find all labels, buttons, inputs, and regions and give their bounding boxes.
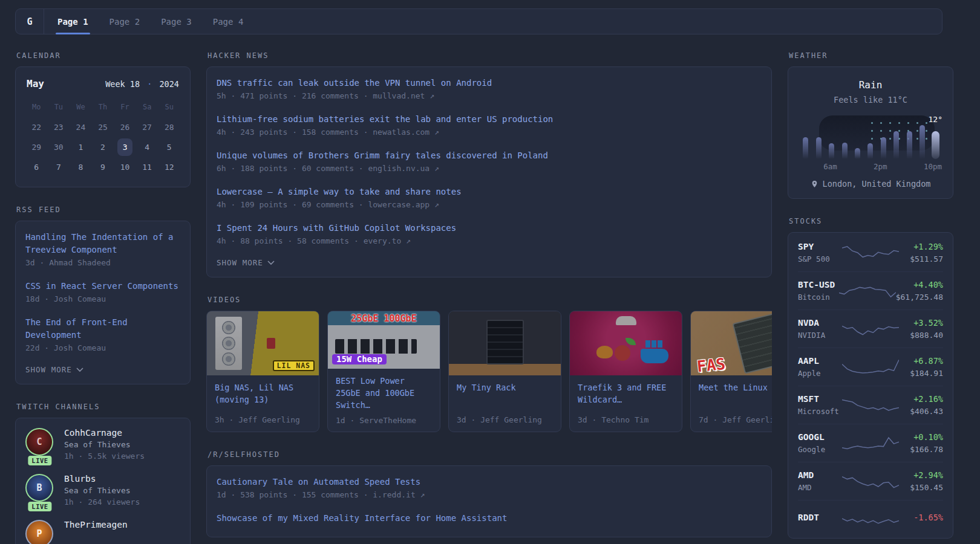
stock-row[interactable]: GOOGL Google +0.10% $166.78 [798,424,943,462]
stock-ticker: SPY [798,242,842,251]
hn-item-meta: 5h · 471 points · 216 comments · mullvad… [217,91,762,100]
video-card: FAS Meet the Linux Clu 7d · Jeff Geerlin… [690,311,772,432]
video-title[interactable]: Traefik 3 and FREE Wildcard… [570,375,682,406]
video-thumbnail[interactable] [570,311,682,375]
hn-item: Lowercase – A simple way to take and sha… [217,186,762,209]
stock-row[interactable]: RDDT -1.65% [798,500,943,537]
stock-row[interactable]: BTC-USD Bitcoin +4.40% $61,725.48 [798,271,943,309]
thumbnail-text: FAS [696,355,727,375]
stocks-widget: STOCKS SPY S&P 500 +1.29% $511.57 [788,217,953,539]
stock-ticker: NVDA [798,318,842,328]
stock-sparkline [842,433,899,453]
thumbnail-art [626,338,636,345]
stock-price: $184.91 [899,369,943,378]
video-title[interactable]: Meet the Linux Clu [691,375,772,393]
avatar[interactable]: B [25,474,53,502]
thumbnail-art [222,337,235,350]
rss-card: Handling The Indentation of a Treeview C… [15,221,191,384]
peak-temperature-label: 12° [929,115,942,124]
weather-card: Rain Feels like 11°C [788,66,953,199]
stock-sparkline [842,395,899,415]
thumbnail-text: 15W Cheap [332,354,387,364]
video-thumbnail[interactable]: 25GbE 100GbE 15W Cheap [328,311,440,369]
weekday-header: Mo [25,98,48,117]
twitch-channel-name[interactable]: ThePrimeagen [64,520,128,529]
stock-row[interactable]: NVDA NVIDIA +3.52% $888.40 [798,309,943,348]
stock-row[interactable]: MSFT Microsoft +2.16% $406.43 [798,386,943,424]
stock-price: $61,725.48 [896,293,943,302]
tab-page-4[interactable]: Page 4 [213,9,244,34]
week-label: Week [105,79,125,89]
tab-page-1[interactable]: Page 1 [57,9,88,34]
twitch-card: C LIVE CohhCarnage Sea of Thieves 1h · 5… [15,418,191,544]
twitch-channel-row: P ThePrimeagen [25,520,180,544]
top-nav-bar: G Page 1 Page 2 Page 3 Page 4 [15,8,942,34]
weather-location: London, United Kingdom [798,179,943,189]
weather-bar [842,143,848,159]
rss-item-title[interactable]: The End of Front-End Development [25,316,180,342]
avatar[interactable]: C [25,428,53,456]
hn-item-title[interactable]: I Spent 24 Hours with GitHub Copilot Wor… [217,222,762,235]
thumbnail-art [222,352,235,366]
thumbnail-art [615,345,630,361]
rss-show-more-button[interactable]: SHOW MORE [25,365,180,374]
twitch-section-label: TWITCH CHANNELS [16,403,191,411]
twitch-channel-name[interactable]: Blurbs [64,474,140,484]
weather-bar [816,137,822,159]
hn-item-meta: 4h · 243 points · 158 comments · newatla… [217,128,762,137]
video-thumbnail[interactable]: LIL NAS [207,311,319,375]
calendar-day: 28 [158,117,180,137]
video-thumbnail[interactable] [449,311,561,375]
videos-widget: VIDEOS LIL NAS Big NAS [206,296,772,432]
stock-row[interactable]: SPY S&P 500 +1.29% $511.57 [798,234,943,271]
video-title[interactable]: BEST Low Power 25GbE and 100GbE Switch… [328,369,440,411]
stock-row[interactable]: AAPL Apple +6.87% $184.91 [798,348,943,386]
weekday-header: Su [158,98,180,117]
calendar-week-indicator: Week 18 · 2024 [105,79,179,89]
calendar-day-selected: 3 [114,137,136,157]
stock-change: +6.87% [899,356,943,366]
reddit-item-title[interactable]: Showcase of my Mixed Reality Interface f… [217,512,762,525]
thumbnail-art [486,320,524,364]
twitch-channel-name[interactable]: CohhCarnage [64,428,145,438]
twitch-viewers: 1h · 5.5k viewers [64,452,145,461]
calendar-day: 25 [92,117,114,137]
calendar-day: 8 [70,157,92,177]
stock-sparkline [842,319,899,339]
hn-item-title[interactable]: Lowercase – A simple way to take and sha… [217,186,762,198]
tab-page-3[interactable]: Page 3 [161,9,192,34]
thumbnail-art [215,317,242,370]
app-logo[interactable]: G [16,9,44,34]
weather-bar [867,143,873,159]
reddit-item-title[interactable]: Cautionary Tale on Automated Speed Tests [217,476,762,488]
calendar-day: 24 [70,117,92,137]
weather-bar-current [932,131,939,159]
avatar[interactable]: P [25,520,53,544]
rss-item: Handling The Indentation of a Treeview C… [25,231,180,267]
stock-change: +1.29% [899,242,943,251]
hn-item-title[interactable]: Unique volumes of Brothers Grimm fairy t… [217,149,762,162]
video-thumbnail[interactable]: FAS [691,311,772,375]
calendar-day: 1 [70,137,92,157]
hn-item-title[interactable]: Lithium-free sodium batteries exit the l… [217,113,762,126]
rss-item-title[interactable]: Handling The Indentation of a Treeview C… [25,231,180,256]
stock-change: -1.65% [899,513,943,522]
thumbnail-art [732,311,772,374]
stock-price: $150.45 [899,483,943,492]
calendar-day: 27 [136,117,158,137]
video-title[interactable]: Big NAS, Lil NAS (moving 13) [207,375,319,406]
weather-bars: 12° [799,125,942,159]
twitch-widget: TWITCH CHANNELS C LIVE CohhCarnage Sea o… [15,403,191,544]
video-title[interactable]: My Tiny Rack [449,375,561,393]
tab-page-2[interactable]: Page 2 [109,9,140,34]
twitch-game: Sea of Thieves [64,440,145,449]
rss-item-title[interactable]: CSS in React Server Components [25,280,180,293]
live-badge: LIVE [28,502,51,511]
weather-widget: WEATHER Rain Feels like 11°C [788,51,953,199]
axis-label: 2pm [874,162,887,171]
hn-item-title[interactable]: DNS traffic can leak outside the VPN tun… [217,77,762,89]
stock-row[interactable]: AMD AMD +2.94% $150.45 [798,462,943,500]
hn-show-more-button[interactable]: SHOW MORE [217,258,762,267]
video-card: LIL NAS Big NAS, Lil NAS (moving 13) 3h … [206,311,319,432]
avatar-initial: C [36,436,42,447]
